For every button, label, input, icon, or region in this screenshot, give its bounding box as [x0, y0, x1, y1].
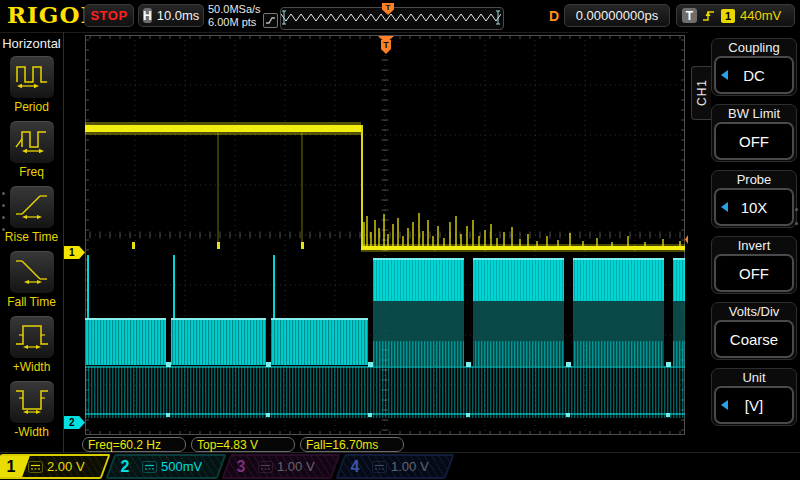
channel3-scale: 1.00 V — [277, 459, 315, 474]
acquisition-info: 50.0MSa/s 6.00M pts — [208, 3, 261, 29]
dc-coupling-icon — [372, 461, 387, 473]
waveform-record-icon — [263, 13, 278, 28]
delay-label: D — [549, 8, 559, 24]
page-dot — [2, 216, 5, 219]
channel-status-bar: 1 2.00 V 2 500mV 3 1.00 — [0, 452, 800, 480]
minimap-waveform — [281, 14, 501, 21]
channel2-scale: 500mV — [161, 459, 202, 474]
channel3-status[interactable]: 3 1.00 V — [221, 454, 340, 479]
page-dot — [795, 222, 798, 225]
channel-tab: CH1 — [691, 66, 711, 120]
channel1-number: 1 — [0, 458, 24, 476]
menu-item-invert[interactable]: Invert OFF — [711, 236, 797, 294]
invert-value[interactable]: OFF — [714, 254, 794, 292]
horizontal-timebase-box[interactable]: H 10.0ms — [138, 4, 204, 27]
channel3-number: 3 — [228, 458, 254, 476]
sidebar-item-fall-time[interactable]: Fall Time — [0, 250, 63, 309]
coupling-value[interactable]: DC — [714, 56, 794, 94]
fall-time-icon — [14, 255, 50, 289]
horizontal-measure-sidebar: Horizontal Period Freq Rise Time Fall Ti… — [0, 32, 64, 452]
menu-item-coupling[interactable]: Coupling DC — [711, 38, 797, 96]
menu-item-unit[interactable]: Unit [V] — [711, 368, 797, 426]
sidebar-title: Horizontal — [0, 32, 63, 51]
bw-limit-value[interactable]: OFF — [714, 122, 794, 160]
stop-label: STOP — [90, 8, 127, 23]
channel1-scale: 2.00 V — [47, 459, 85, 474]
channel4-status[interactable]: 4 1.00 V — [335, 454, 454, 479]
measurement-freq: Freq=60.2 Hz — [82, 437, 186, 452]
dc-coupling-icon — [258, 461, 273, 473]
delay-value-box[interactable]: 0.00000000ps — [564, 4, 670, 27]
minus-width-icon — [14, 385, 50, 419]
delay-value: 0.00000000ps — [576, 8, 658, 23]
dc-coupling-icon — [28, 461, 43, 473]
sidebar-item-period[interactable]: Period — [0, 55, 63, 114]
plus-width-icon — [14, 320, 50, 354]
sidebar-item-pos-width[interactable]: +Width — [0, 315, 63, 374]
channel-menu: CH1 Coupling DC BW Limit OFF Probe 10X I… — [688, 32, 800, 452]
ch1-trace — [85, 122, 685, 252]
freq-icon — [14, 125, 50, 159]
waveform-position-bar[interactable]: T — [280, 7, 504, 30]
trigger-slope-icon — [702, 8, 716, 23]
sidebar-item-rise-time[interactable]: Rise Time — [0, 185, 63, 244]
measurement-fall: Fall=16.70ms — [300, 437, 404, 452]
left-arrow-icon — [721, 400, 728, 410]
dc-coupling-icon — [142, 461, 157, 473]
timebase-value: 10.0ms — [157, 8, 200, 23]
memory-depth: 6.00M pts — [208, 16, 261, 29]
period-icon — [14, 60, 50, 94]
horizontal-chip: H — [143, 8, 152, 23]
page-dot — [2, 228, 5, 231]
menu-item-volts-div[interactable]: Volts/Div Coarse — [711, 302, 797, 360]
ch2-ground-marker[interactable]: 2 — [64, 416, 85, 429]
rise-time-icon — [14, 190, 50, 224]
menu-item-bw-limit[interactable]: BW Limit OFF — [711, 104, 797, 162]
left-arrow-icon — [721, 70, 728, 80]
run-stop-status[interactable]: STOP — [84, 4, 134, 27]
sample-rate: 50.0MSa/s — [208, 3, 261, 16]
sidebar-item-neg-width[interactable]: -Width — [0, 380, 63, 439]
menu-item-probe[interactable]: Probe 10X — [711, 170, 797, 228]
page-dot — [2, 204, 5, 207]
ch1-ground-marker[interactable]: 1 — [64, 246, 85, 259]
left-arrow-icon — [721, 202, 728, 212]
probe-value[interactable]: 10X — [714, 188, 794, 226]
unit-value[interactable]: [V] — [714, 386, 794, 424]
svg-text:T: T — [383, 40, 389, 50]
top-status-bar: RIGOL STOP H 10.0ms 50.0MSa/s 6.00M pts … — [0, 0, 800, 33]
trigger-info-box[interactable]: T 1 440mV — [676, 4, 795, 27]
volts-div-value[interactable]: Coarse — [714, 320, 794, 358]
trigger-source-badge: 1 — [721, 9, 735, 23]
measurement-top: Top=4.83 V — [191, 437, 295, 452]
page-dot — [2, 192, 5, 195]
oscilloscope-screen: RIGOL STOP H 10.0ms 50.0MSa/s 6.00M pts … — [0, 0, 800, 480]
minimap-brackets — [282, 11, 500, 24]
channel2-number: 2 — [112, 458, 138, 476]
page-dot — [795, 208, 798, 211]
waveform-display[interactable]: T — [85, 35, 685, 435]
trigger-level-value: 440mV — [740, 8, 781, 23]
channel4-scale: 1.00 V — [391, 459, 429, 474]
trigger-chip: T — [682, 8, 697, 23]
channel2-status[interactable]: 2 500mV — [105, 454, 226, 479]
sidebar-item-freq[interactable]: Freq — [0, 120, 63, 179]
ch2-trace — [85, 255, 685, 418]
channel1-status[interactable]: 1 2.00 V — [0, 454, 111, 479]
channel4-number: 4 — [342, 458, 368, 476]
